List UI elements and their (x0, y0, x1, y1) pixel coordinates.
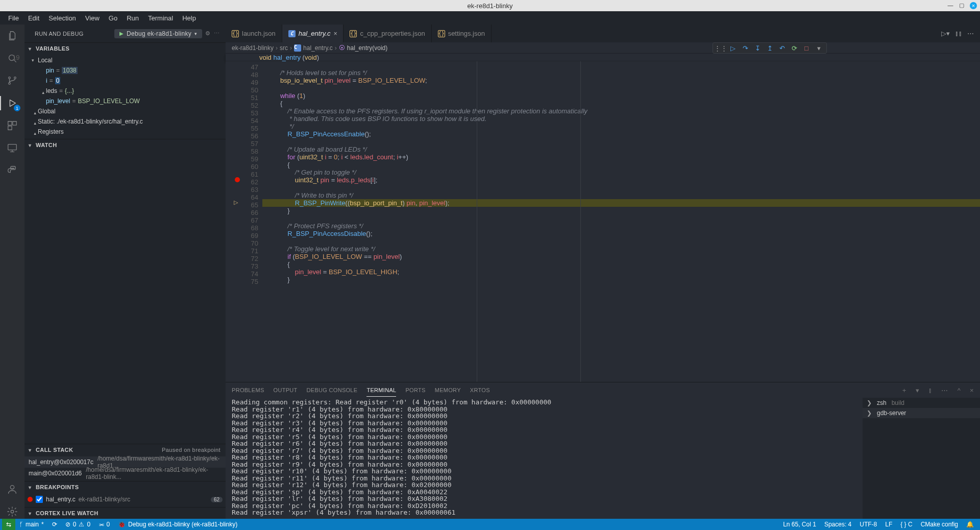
code-line[interactable]: for (uint32_t i = 0; i < leds.led_count;… (262, 153, 980, 161)
breadcrumb[interactable]: ek-ra8d1-blinky› src› C hal_entry.c› ⦿ h… (226, 42, 980, 54)
more-icon[interactable]: ⋯ (214, 30, 219, 37)
code-line[interactable] (262, 237, 980, 245)
code-line[interactable]: /* Enable access to the PFS registers. I… (262, 107, 980, 115)
status-cmake[interactable]: CMake config (917, 519, 962, 530)
debug-grip[interactable]: ⋮⋮ (715, 42, 726, 54)
window-close[interactable]: × (970, 2, 977, 9)
status-problems[interactable]: ⊘ 0 ⚠ 0 (61, 519, 94, 530)
close-icon[interactable]: × (970, 387, 974, 394)
section-cortex-live-watch[interactable]: ▾CORTEX LIVE WATCH (24, 508, 226, 519)
panel-tab-ports[interactable]: PORTS (405, 384, 425, 396)
terminal-split-icon[interactable]: ⫿ (928, 387, 932, 394)
callstack-frame[interactable]: main@0x020001d6/home/dsa/firmwaresmith/e… (24, 468, 226, 479)
menu-help[interactable]: Help (178, 13, 200, 23)
panel-tab-problems[interactable]: PROBLEMS (232, 384, 264, 396)
terminal-output[interactable]: Reading common registers: Read register … (226, 398, 863, 519)
tab-launch.json[interactable]: {}launch.json (226, 25, 282, 42)
section-breakpoints[interactable]: ▾BREAKPOINTS (24, 481, 226, 493)
code-line[interactable] (262, 214, 980, 222)
panel-tab-terminal[interactable]: TERMINAL (366, 384, 396, 397)
panel-maximize-icon[interactable]: ^ (958, 387, 961, 394)
status-encoding[interactable]: UTF-8 (855, 519, 881, 530)
terminal-item-gdb-server[interactable]: ❯gdb-server (863, 408, 980, 418)
sticky-scroll[interactable]: 19 void hal_entry (void) (226, 54, 980, 61)
tab-c_cpp_properties.json[interactable]: {}c_cpp_properties.json (344, 25, 431, 42)
code-line[interactable]: /* Protect PFS registers */ (262, 222, 980, 230)
chevron-down-icon[interactable]: ▾ (916, 387, 919, 394)
code-line[interactable]: * handled. This code uses BSP IO functio… (262, 115, 980, 123)
section-variables[interactable]: ▾VARIABLES (24, 43, 226, 54)
status-ports[interactable]: ⫘ 0 (94, 519, 114, 530)
code-editor[interactable]: ▷ 47484950515253545556575859606162636465… (226, 61, 980, 382)
accounts-icon[interactable] (5, 482, 19, 496)
debug-step-back[interactable]: ↶ (776, 42, 788, 54)
code-line[interactable]: if (BSP_IO_LEVEL_LOW == pin_level) (262, 253, 980, 260)
menu-file[interactable]: File (4, 13, 23, 23)
code-line[interactable]: /* Write to this pin */ (262, 191, 980, 199)
code-line[interactable]: */ (262, 123, 980, 130)
panel-tab-output[interactable]: OUTPUT (274, 384, 298, 396)
menu-terminal[interactable]: Terminal (144, 13, 177, 23)
breakpoint-dot-icon[interactable] (235, 177, 240, 182)
debug-step-out[interactable]: ↥ (764, 42, 775, 54)
breakpoint-checkbox[interactable] (36, 496, 43, 503)
status-eol[interactable]: LF (881, 519, 896, 530)
menu-edit[interactable]: Edit (24, 13, 43, 23)
code-line[interactable]: } (262, 207, 980, 214)
debug-stop[interactable]: □ (801, 42, 812, 54)
extensions-icon[interactable] (5, 118, 19, 133)
source-control-icon[interactable] (5, 74, 19, 88)
variable-i[interactable]: i=0 (24, 76, 226, 86)
gear-icon[interactable]: ⚙ (205, 30, 210, 37)
menu-selection[interactable]: Selection (44, 13, 80, 23)
status-debug-target[interactable]: 🐞 Debug ek-ra8d1-blinky (ek-ra8d1-blinky… (114, 519, 241, 530)
menu-go[interactable]: Go (105, 13, 121, 23)
tab-settings.json[interactable]: {}settings.json (432, 25, 492, 42)
code-line[interactable]: { (262, 100, 980, 107)
status-language[interactable]: { } C (896, 519, 916, 530)
run-icon[interactable]: ▷▾ (941, 30, 950, 37)
status-sync[interactable]: ⟳ (48, 519, 61, 530)
window-minimize[interactable]: — (947, 2, 953, 8)
remote-icon[interactable] (5, 141, 19, 155)
variable-pin[interactable]: pin=1038 (24, 65, 226, 76)
code-line[interactable]: } (262, 276, 980, 283)
more-icon[interactable]: ⋯ (967, 30, 974, 37)
debug-continue[interactable]: ▷ (727, 42, 739, 54)
more-icon[interactable]: ⋯ (941, 387, 948, 394)
code-line[interactable]: pin_level = BSP_IO_LEVEL_HIGH; (262, 268, 980, 276)
window-maximize[interactable]: ▢ (959, 2, 965, 8)
status-indent[interactable]: Spaces: 4 (820, 519, 855, 530)
code-line[interactable]: R_BSP_PinAccessDisable(); (262, 230, 980, 237)
debug-config-dropdown[interactable]: ▶ Debug ek-ra8d1-blinky ▾ (114, 29, 203, 38)
debug-restart[interactable]: ⟳ (789, 42, 800, 54)
status-notifications[interactable]: 🔔 (962, 519, 978, 530)
code-line[interactable]: /* Holds level to set for pins */ (262, 69, 980, 77)
split-editor-icon[interactable]: ⫿⫿ (955, 30, 962, 37)
close-icon[interactable]: × (333, 30, 337, 37)
code-line[interactable]: /* Update all board LEDs */ (262, 146, 980, 153)
panel-tab-memory[interactable]: MEMORY (435, 384, 461, 396)
status-remote[interactable]: ⇆ (2, 519, 15, 530)
code-line[interactable]: /* Toggle level for next write */ (262, 245, 980, 253)
status-ln-col[interactable]: Ln 65, Col 1 (779, 519, 820, 530)
breakpoint-item[interactable]: hal_entry.cek-ra8d1-blinky/src62 (24, 494, 226, 505)
debug-step-over[interactable]: ↷ (740, 42, 751, 54)
code-line[interactable]: R_BSP_PinWrite((bsp_io_port_pin_t) pin, … (262, 199, 980, 207)
code-line[interactable]: bsp_io_level_t pin_level = BSP_IO_LEVEL_… (262, 77, 980, 84)
scope-global[interactable]: ▸Global (24, 106, 226, 116)
code-line[interactable] (262, 84, 980, 92)
debug-more[interactable]: ▾ (813, 42, 824, 54)
code-line[interactable] (262, 138, 980, 146)
code-line[interactable] (262, 184, 980, 191)
python-icon[interactable] (5, 163, 19, 178)
variable-pin_level[interactable]: pin_level=BSP_IO_LEVEL_LOW (24, 96, 226, 106)
scope-static[interactable]: ▸Static: ./ek-ra8d1-blinky/src/hal_entry… (24, 116, 226, 127)
menu-run[interactable]: Run (122, 13, 143, 23)
manage-icon[interactable] (5, 504, 19, 519)
menu-view[interactable]: View (81, 13, 104, 23)
terminal-new-icon[interactable]: + (902, 387, 906, 394)
code-line[interactable]: uint32_t pin = leds.p_leds[i]; (262, 176, 980, 184)
terminal-item-zsh[interactable]: ❯zshbuild (863, 398, 980, 408)
status-branch[interactable]: ᚶ main* (15, 519, 48, 530)
